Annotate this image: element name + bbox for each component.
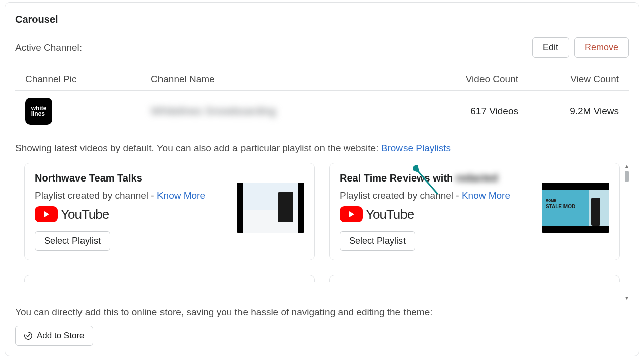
section-title: Carousel — [15, 14, 629, 25]
add-to-store-button[interactable]: Add to Store — [15, 326, 93, 346]
col-header-video-count: Video Count — [418, 74, 518, 85]
col-header-name: Channel Name — [151, 74, 418, 85]
channel-table: Channel Pic Channel Name Video Count Vie… — [15, 69, 629, 132]
youtube-text: YouTube — [61, 207, 109, 222]
playlist-scrollbar[interactable]: ▲ ▼ — [624, 163, 630, 302]
view-count: 9.2M Views — [518, 106, 619, 117]
carousel-card: Carousel Active Channel: Edit Remove Cha… — [5, 2, 639, 356]
playlist-title: Northwave Team Talks — [35, 172, 227, 184]
active-channel-label: Active Channel: — [15, 42, 82, 53]
know-more-link[interactable]: Know More — [462, 190, 510, 201]
video-count: 617 Videos — [418, 106, 518, 117]
svg-marker-1 — [349, 211, 354, 217]
playlist-title: Real Time Reviews with redacted — [340, 172, 532, 184]
playlist-card: Northwave Team Talks Playlist created by… — [24, 163, 315, 260]
scroll-thumb[interactable] — [625, 171, 629, 182]
footer-helper: You can directly add this to online stor… — [15, 307, 629, 318]
scroll-up-icon[interactable]: ▲ — [624, 163, 629, 170]
channel-name: Whitelines Snowboarding — [151, 105, 418, 118]
playlist-card: Real Time Reviews with redacted Playlist… — [329, 163, 620, 260]
thumb-label: STALE MOD — [546, 204, 575, 209]
helper-text: Showing latest videos by default. You ca… — [15, 143, 381, 153]
youtube-logo: YouTube — [340, 206, 532, 222]
playlist-thumbnail — [237, 183, 304, 233]
know-more-link[interactable]: Know More — [157, 190, 205, 201]
select-playlist-button[interactable]: Select Playlist — [35, 231, 110, 251]
playlist-helper: Showing latest videos by default. You ca… — [15, 143, 629, 154]
playlist-thumbnail: ROME STALE MOD — [542, 183, 609, 233]
active-channel-row: Active Channel: Edit Remove — [15, 37, 629, 58]
playlist-subtitle: Playlist created by channel - Know More — [35, 190, 227, 201]
channel-actions: Edit Remove — [532, 37, 629, 58]
select-playlist-button[interactable]: Select Playlist — [340, 231, 415, 251]
youtube-play-icon — [340, 206, 363, 222]
svg-marker-0 — [44, 211, 49, 217]
channel-pic: whitelines — [25, 98, 151, 125]
youtube-text: YouTube — [366, 207, 414, 222]
thumb-label: ROME — [546, 199, 556, 202]
col-header-pic: Channel Pic — [25, 74, 151, 85]
youtube-play-icon — [35, 206, 58, 222]
edit-button[interactable]: Edit — [532, 37, 569, 58]
playlist-grid: Northwave Team Talks Playlist created by… — [24, 163, 620, 260]
channel-name-blurred: Whitelines Snowboarding — [151, 105, 276, 117]
browse-playlists-link[interactable]: Browse Playlists — [381, 143, 451, 153]
table-header: Channel Pic Channel Name Video Count Vie… — [15, 69, 629, 90]
col-header-view-count: View Count — [518, 74, 619, 85]
add-check-icon — [24, 331, 33, 340]
playlist-peek-row — [24, 275, 620, 282]
scroll-down-icon[interactable]: ▼ — [624, 295, 629, 302]
playlist-area: Northwave Team Talks Playlist created by… — [15, 163, 629, 282]
add-to-store-label: Add to Store — [37, 331, 85, 341]
remove-button[interactable]: Remove — [574, 37, 629, 58]
youtube-logo: YouTube — [35, 206, 227, 222]
table-row: whitelines Whitelines Snowboarding 617 V… — [15, 90, 629, 132]
channel-pic-thumb: whitelines — [25, 98, 52, 125]
playlist-subtitle: Playlist created by channel - Know More — [340, 190, 532, 201]
